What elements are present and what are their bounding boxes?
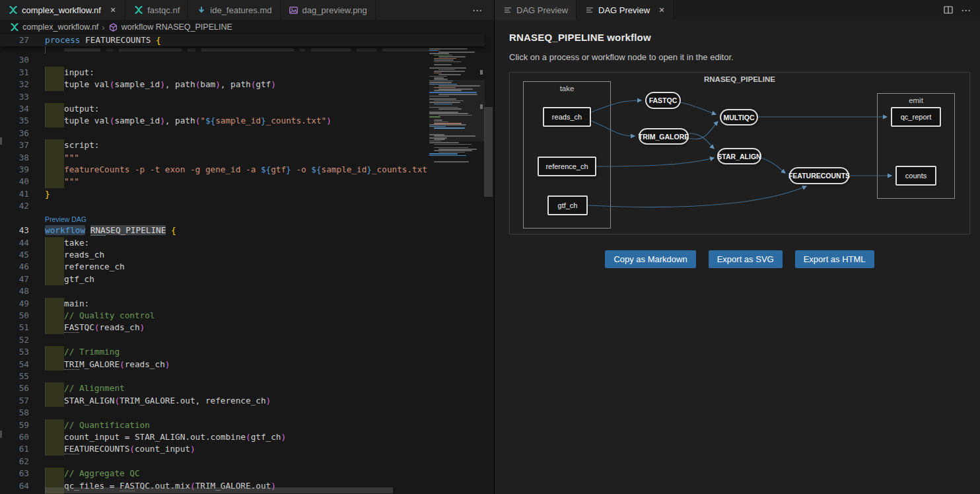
indent-highlight bbox=[45, 273, 64, 285]
line-number: 54 bbox=[0, 359, 45, 370]
code-line-32[interactable]: 32tuple val(sample_id), path(bam), path(… bbox=[0, 79, 494, 90]
tab-label: fastqc.nf bbox=[147, 5, 180, 15]
code-line-35[interactable]: 35tuple val(sample_id), path("${sample_i… bbox=[0, 115, 494, 127]
overview-ruler-mark bbox=[480, 70, 483, 75]
code-line-42[interactable]: 42 bbox=[0, 200, 494, 212]
line-number: 59 bbox=[0, 419, 45, 431]
indent-highlight bbox=[45, 310, 64, 322]
tab-dag-preview-png[interactable]: dag_preview.png bbox=[281, 0, 376, 20]
right-tabbar: DAG PreviewDAG Preview× ⋯ bbox=[495, 0, 980, 20]
codelens-preview-dag[interactable]: Preview DAG bbox=[45, 215, 87, 223]
dag-node-FEATURECOUNTS[interactable]: FEATURECOUNTS bbox=[789, 167, 849, 184]
line-number: 27 bbox=[0, 34, 45, 46]
code-line-30[interactable]: 30 bbox=[0, 54, 494, 66]
vertical-scrollbar[interactable] bbox=[484, 107, 493, 197]
sticky-scroll-line[interactable]: 27process FEATURECOUNTS { bbox=[0, 34, 485, 46]
export-buttons: Copy as MarkdownExport as SVGExport as H… bbox=[509, 250, 970, 268]
dag-node-STAR_ALIGN[interactable]: STAR_ALIGN bbox=[717, 148, 761, 164]
dag-node-qc_report[interactable]: qc_report bbox=[891, 107, 941, 127]
dag-node-FASTQC[interactable]: FASTQC bbox=[645, 92, 681, 109]
code-line-49[interactable]: 49main: bbox=[0, 298, 494, 310]
indent-guide bbox=[45, 46, 46, 54]
code-line-62[interactable]: 62 bbox=[0, 456, 494, 468]
code-line-36[interactable]: 36 bbox=[0, 127, 494, 139]
code-line-46[interactable]: 46reference_ch bbox=[0, 261, 494, 273]
export-as-html-button[interactable]: Export as HTML bbox=[795, 250, 874, 268]
chevron-right-icon: › bbox=[102, 22, 104, 32]
close-icon[interactable]: × bbox=[109, 5, 117, 15]
code-line-56[interactable]: 56// Alignment bbox=[0, 382, 494, 394]
more-actions-icon[interactable]: ⋯ bbox=[961, 5, 971, 15]
breadcrumb-file[interactable]: complex_workflow.nf bbox=[22, 22, 98, 32]
code-line-48[interactable]: 48 bbox=[0, 285, 494, 297]
dag-node-counts[interactable]: counts bbox=[895, 166, 936, 186]
dag-node-MULTIQC[interactable]: MULTIQC bbox=[720, 109, 758, 125]
code-line-38[interactable]: 38""" bbox=[0, 152, 494, 164]
split-editor-icon[interactable] bbox=[944, 6, 953, 14]
code-line-51[interactable]: 51FASTQC(reads_ch) bbox=[0, 322, 494, 334]
indent-highlight bbox=[45, 431, 64, 443]
breadcrumb[interactable]: complex_workflow.nf › workflow RNASEQ_PI… bbox=[0, 20, 494, 34]
dag-node-reads_ch[interactable]: reads_ch bbox=[543, 107, 591, 127]
line-number: 34 bbox=[0, 103, 45, 115]
code-line-59[interactable]: 59// Quantification bbox=[0, 419, 494, 431]
code-line-58[interactable]: 58 bbox=[0, 407, 494, 419]
code-line-33[interactable]: 33 bbox=[0, 91, 494, 103]
dag-node-reference_ch[interactable]: reference_ch bbox=[538, 157, 596, 176]
more-actions-icon[interactable]: ⋯ bbox=[472, 5, 482, 15]
line-number: 55 bbox=[0, 370, 45, 382]
code-line-55[interactable]: 55 bbox=[0, 370, 494, 382]
code-line-41[interactable]: 41} bbox=[0, 188, 494, 200]
tab-dag-preview[interactable]: DAG Preview bbox=[495, 0, 577, 20]
code-line-61[interactable]: 61FEATURECOUNTS(count_input) bbox=[0, 443, 494, 455]
minimap-viewport[interactable] bbox=[429, 80, 485, 141]
code-line-45[interactable]: 45reads_ch bbox=[0, 249, 494, 261]
code-line-37[interactable]: 37script: bbox=[0, 139, 494, 151]
code-line-31[interactable]: 31input: bbox=[0, 67, 494, 79]
dag-diagram: RNASEQ_PIPELINE takeemitreads_chreferenc… bbox=[509, 72, 970, 234]
code-line-63[interactable]: 63// Aggregate QC bbox=[0, 468, 494, 479]
code-line-43[interactable]: 43workflow RNASEQ_PIPELINE { bbox=[0, 225, 494, 236]
code-line-57[interactable]: 57STAR_ALIGN(TRIM_GALORE.out, reference_… bbox=[0, 395, 494, 407]
code-line-54[interactable]: 54TRIM_GALORE(reads_ch) bbox=[0, 359, 494, 370]
tab-label: complex_workflow.nf bbox=[22, 5, 101, 15]
dag-node-TRIM_GALORE[interactable]: TRIM_GALORE bbox=[639, 128, 689, 145]
tab-complex-workflow-nf[interactable]: complex_workflow.nf× bbox=[0, 0, 125, 20]
copy-as-markdown-button[interactable]: Copy as Markdown bbox=[605, 250, 695, 268]
indent-highlight bbox=[45, 249, 64, 261]
code-line-27[interactable]: 27process FEATURECOUNTS { bbox=[0, 34, 485, 46]
indent-highlight bbox=[45, 103, 64, 115]
panel-title: RNASEQ_PIPELINE workflow bbox=[509, 32, 969, 43]
export-as-svg-button[interactable]: Export as SVG bbox=[709, 250, 783, 268]
breadcrumb-symbol[interactable]: workflow RNASEQ_PIPELINE bbox=[122, 22, 232, 32]
editor-group-right: DAG PreviewDAG Preview× ⋯ RNASEQ_PIPELIN… bbox=[494, 0, 980, 494]
code-line-50[interactable]: 50// Quality control bbox=[0, 310, 494, 322]
preview-icon bbox=[584, 5, 594, 15]
dag-node-gtf_ch[interactable]: gtf_ch bbox=[547, 195, 588, 215]
code-line-60[interactable]: 60count_input = STAR_ALIGN.out.combine(g… bbox=[0, 431, 494, 443]
code-line-52[interactable]: 52 bbox=[0, 334, 494, 346]
line-number: 30 bbox=[0, 54, 45, 66]
gutter-decoration bbox=[0, 431, 2, 438]
nextflow-icon bbox=[133, 5, 143, 15]
indent-highlight bbox=[45, 237, 64, 249]
tab-dag-preview[interactable]: DAG Preview× bbox=[577, 0, 674, 20]
code-line-34[interactable]: 34output: bbox=[0, 103, 494, 115]
tab-ide-features-md[interactable]: ide_features.md bbox=[188, 0, 280, 20]
horizontal-scrollbar[interactable] bbox=[45, 487, 393, 493]
line-number: 56 bbox=[0, 382, 45, 394]
code-line-44[interactable]: 44take: bbox=[0, 237, 494, 249]
gutter-decoration bbox=[0, 137, 2, 145]
code-line-40[interactable]: 40""" bbox=[0, 176, 494, 188]
indent-highlight bbox=[45, 152, 64, 164]
app-window: complex_workflow.nf×fastqc.nfide_feature… bbox=[0, 0, 980, 494]
code-editor[interactable]: 27process FEATURECOUNTS { 3031input:32tu… bbox=[0, 34, 494, 494]
indent-highlight bbox=[45, 115, 64, 127]
code-line-53[interactable]: 53// Trimming bbox=[0, 346, 494, 358]
line-number: 52 bbox=[0, 334, 45, 346]
code-line-47[interactable]: 47gtf_ch bbox=[0, 273, 494, 285]
edge-TRIM_GALORE-to-MULTIQC bbox=[689, 122, 718, 139]
code-line-39[interactable]: 39featureCounts -p -t exon -g gene_id -a… bbox=[0, 164, 494, 176]
close-icon[interactable]: × bbox=[658, 5, 666, 15]
tab-fastqc-nf[interactable]: fastqc.nf bbox=[125, 0, 188, 20]
